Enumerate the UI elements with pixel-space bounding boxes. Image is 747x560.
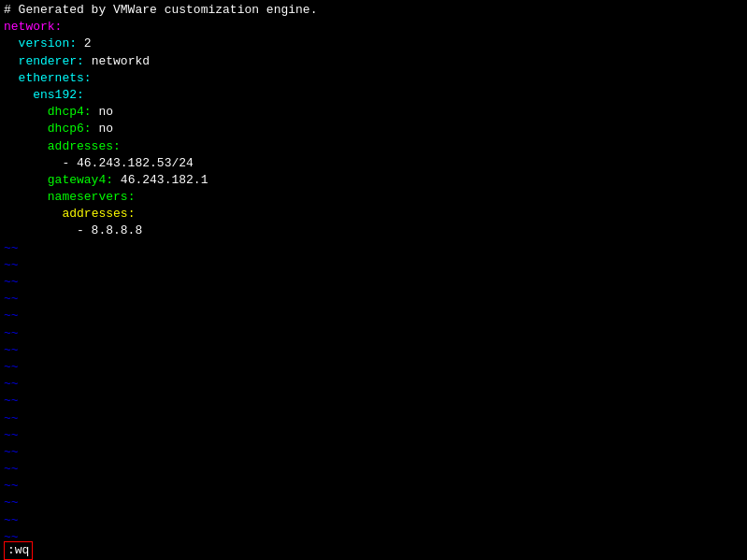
tilde-13: ~ (4, 444, 743, 461)
tilde-15: ~ (4, 478, 743, 495)
tilde-5: ~ (4, 308, 743, 324)
tilde-10: ~ (4, 393, 743, 409)
tilde-14: ~ (4, 461, 743, 478)
line-ens192: ens192: (4, 87, 743, 104)
line-version: version: 2 (4, 36, 743, 52)
line-ns-addresses: addresses: (4, 206, 743, 223)
line-address-value: - 46.243.182.53/24 (4, 155, 743, 172)
status-bar: :wq (0, 541, 747, 560)
line-dhcp4: dhcp4: no (4, 104, 743, 121)
vim-command: :wq (4, 541, 33, 560)
tilde-16: ~ (4, 495, 743, 511)
line-network: network: (4, 19, 743, 36)
line-gateway4: gateway4: 46.243.182.1 (4, 172, 743, 189)
tilde-2: ~ (4, 257, 743, 274)
tilde-8: ~ (4, 359, 743, 376)
line-ethernets: ethernets: (4, 70, 743, 87)
line-dhcp6: dhcp6: no (4, 121, 743, 137)
tilde-12: ~ (4, 427, 743, 444)
terminal-window: # Generated by VMWare customization engi… (0, 0, 747, 560)
line-nameservers: nameservers: (4, 189, 743, 206)
tilde-4: ~ (4, 291, 743, 308)
tilde-6: ~ (4, 325, 743, 342)
command-input-area[interactable]: :wq (0, 539, 36, 560)
line-addresses: addresses: (4, 138, 743, 155)
line-renderer: renderer: networkd (4, 53, 743, 70)
tilde-7: ~ (4, 342, 743, 359)
tilde-17: ~ (4, 512, 743, 529)
line-comment: # Generated by VMWare customization engi… (4, 2, 743, 19)
tilde-3: ~ (4, 274, 743, 291)
tilde-9: ~ (4, 376, 743, 393)
tilde-1: ~ (4, 240, 743, 257)
tilde-11: ~ (4, 410, 743, 427)
line-dns-value: - 8.8.8.8 (4, 223, 743, 239)
